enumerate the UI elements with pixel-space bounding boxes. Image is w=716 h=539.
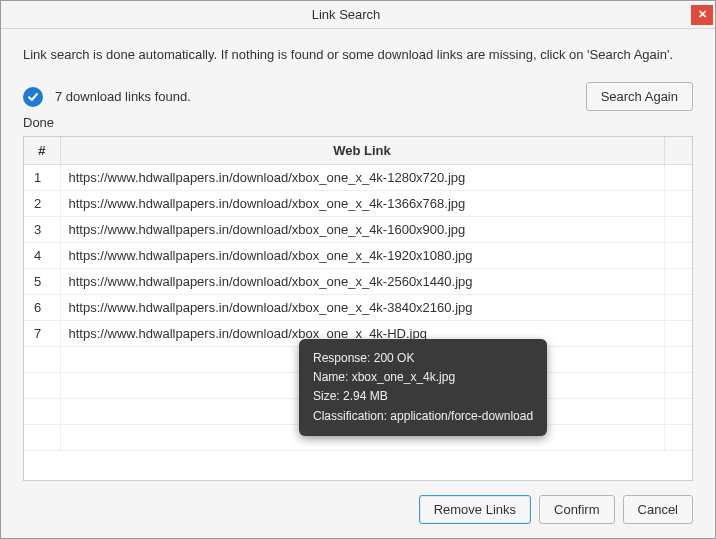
table-row[interactable]: 7https://www.hdwallpapers.in/download/xb… bbox=[24, 321, 692, 347]
row-url: https://www.hdwallpapers.in/download/xbo… bbox=[60, 191, 664, 217]
row-number: 7 bbox=[24, 321, 60, 347]
remove-links-button[interactable]: Remove Links bbox=[419, 495, 531, 524]
table-row[interactable]: 2https://www.hdwallpapers.in/download/xb… bbox=[24, 191, 692, 217]
row-url: https://www.hdwallpapers.in/download/xbo… bbox=[60, 217, 664, 243]
table-row[interactable]: 3https://www.hdwallpapers.in/download/xb… bbox=[24, 217, 692, 243]
row-url: https://www.hdwallpapers.in/download/xbo… bbox=[60, 295, 664, 321]
status-left: 7 download links found. bbox=[23, 87, 586, 107]
search-again-button[interactable]: Search Again bbox=[586, 82, 693, 111]
row-number: 4 bbox=[24, 243, 60, 269]
row-number: 3 bbox=[24, 217, 60, 243]
close-icon: ✕ bbox=[698, 8, 707, 21]
footer-buttons: Remove Links Confirm Cancel bbox=[23, 481, 693, 524]
done-label: Done bbox=[23, 115, 693, 130]
status-text: 7 download links found. bbox=[55, 89, 191, 104]
links-table-body: 1https://www.hdwallpapers.in/download/xb… bbox=[24, 165, 692, 451]
status-row: 7 download links found. Search Again bbox=[23, 82, 693, 111]
table-row[interactable]: 1https://www.hdwallpapers.in/download/xb… bbox=[24, 165, 692, 191]
link-search-window: Link Search ✕ Link search is done automa… bbox=[0, 0, 716, 539]
close-button[interactable]: ✕ bbox=[691, 5, 713, 25]
row-number: 2 bbox=[24, 191, 60, 217]
confirm-button[interactable]: Confirm bbox=[539, 495, 615, 524]
table-row[interactable]: 6https://www.hdwallpapers.in/download/xb… bbox=[24, 295, 692, 321]
check-icon bbox=[23, 87, 43, 107]
window-title: Link Search bbox=[1, 7, 691, 22]
table-row-empty bbox=[24, 373, 692, 399]
col-header-weblink[interactable]: Web Link bbox=[60, 137, 664, 165]
links-table: # Web Link 1https://www.hdwallpapers.in/… bbox=[24, 137, 692, 451]
titlebar: Link Search ✕ bbox=[1, 1, 715, 29]
col-header-spacer bbox=[664, 137, 692, 165]
row-url: https://www.hdwallpapers.in/download/xbo… bbox=[60, 243, 664, 269]
row-number: 1 bbox=[24, 165, 60, 191]
table-row-empty bbox=[24, 425, 692, 451]
table-row[interactable]: 4https://www.hdwallpapers.in/download/xb… bbox=[24, 243, 692, 269]
row-url: https://www.hdwallpapers.in/download/xbo… bbox=[60, 269, 664, 295]
row-number: 6 bbox=[24, 295, 60, 321]
col-header-number[interactable]: # bbox=[24, 137, 60, 165]
row-url: https://www.hdwallpapers.in/download/xbo… bbox=[60, 321, 664, 347]
links-table-wrap: # Web Link 1https://www.hdwallpapers.in/… bbox=[23, 136, 693, 481]
table-row-empty bbox=[24, 399, 692, 425]
row-url: https://www.hdwallpapers.in/download/xbo… bbox=[60, 165, 664, 191]
table-row[interactable]: 5https://www.hdwallpapers.in/download/xb… bbox=[24, 269, 692, 295]
content-area: Link search is done automatically. If no… bbox=[1, 29, 715, 538]
instruction-text: Link search is done automatically. If no… bbox=[23, 47, 693, 62]
cancel-button[interactable]: Cancel bbox=[623, 495, 693, 524]
table-row-empty bbox=[24, 347, 692, 373]
row-number: 5 bbox=[24, 269, 60, 295]
